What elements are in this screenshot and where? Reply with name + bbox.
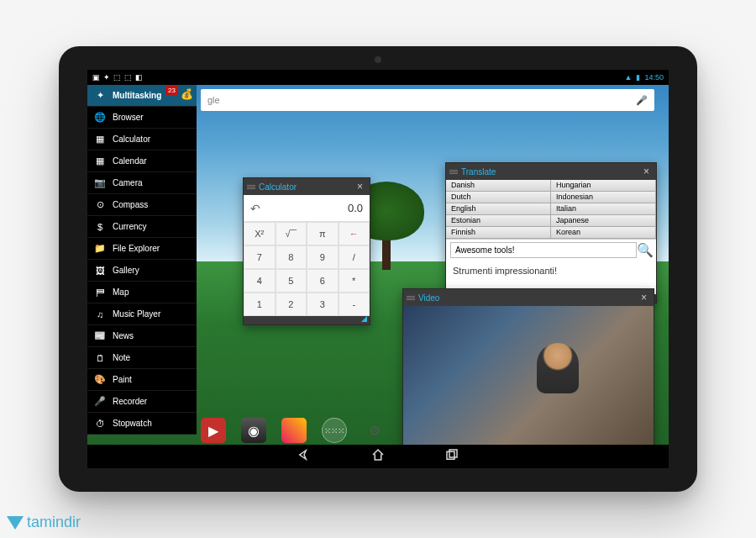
lang-option[interactable]: Danish xyxy=(446,180,550,192)
sidebar-label: Compass xyxy=(113,200,148,209)
microphone-icon[interactable]: 🎤 xyxy=(636,95,648,106)
calc-key-7[interactable]: 7 xyxy=(244,245,276,269)
notif-icon: ⬚ xyxy=(113,73,121,82)
translate-window: Translate × Danish Dutch English Estonia… xyxy=(445,162,657,303)
tablet-frame: ▣ ✦ ⬚ ⬚ ◧ ▲ ▮ 14:50 ✦ Multitasking 23 💰 … xyxy=(59,46,697,492)
sidebar-item-note[interactable]: 🗒Note xyxy=(87,347,197,369)
sidebar-item-stopwatch[interactable]: ⏱Stopwatch xyxy=(87,413,197,435)
sidebar-item-compass[interactable]: ⊙Compass xyxy=(87,194,197,216)
watermark-text: tamindir xyxy=(27,514,81,531)
calc-key-multiply[interactable]: * xyxy=(339,269,370,293)
translate-titlebar[interactable]: Translate × xyxy=(446,163,656,180)
compass-icon: ⊙ xyxy=(94,199,106,211)
search-icon[interactable]: 🔍 xyxy=(637,242,652,258)
gallery-app-icon[interactable] xyxy=(281,418,307,443)
camera-app-icon[interactable]: ◉ xyxy=(241,418,266,443)
calc-key-5[interactable]: 5 xyxy=(276,269,307,293)
sidebar-item-multitasking[interactable]: ✦ Multitasking 23 💰 xyxy=(87,85,197,107)
sidebar-item-file-explorer[interactable]: 📁File Explorer xyxy=(87,238,197,260)
wifi-icon: ▲ xyxy=(625,73,633,82)
translate-input-row: 🔍 xyxy=(446,239,656,261)
sidebar-label: Camera xyxy=(113,178,143,187)
recent-apps-button[interactable] xyxy=(444,447,459,466)
target-language-list[interactable]: Hungarian Indonesian Italian Japanese Ko… xyxy=(551,180,656,239)
money-bag-icon: 💰 xyxy=(181,88,193,100)
sidebar: ✦ Multitasking 23 💰 🌐Browser ▦Calculator… xyxy=(87,85,197,435)
status-bar: ▣ ✦ ⬚ ⬚ ◧ ▲ ▮ 14:50 xyxy=(87,70,669,85)
youtube-icon[interactable]: ▶ xyxy=(201,418,226,443)
lang-option[interactable]: Hungarian xyxy=(551,180,655,192)
sidebar-item-recorder[interactable]: 🎤Recorder xyxy=(87,391,197,413)
sidebar-item-calculator[interactable]: ▦Calculator xyxy=(87,129,197,150)
close-icon[interactable]: × xyxy=(638,292,650,303)
undo-icon[interactable]: ↶ xyxy=(250,202,260,215)
sidebar-label: News xyxy=(113,331,134,340)
calc-key-8[interactable]: 8 xyxy=(276,245,307,269)
back-button[interactable] xyxy=(297,447,312,466)
notif-icon: ⬚ xyxy=(124,73,132,82)
resize-handle[interactable] xyxy=(244,316,370,324)
google-search-bar[interactable]: gle 🎤 xyxy=(201,89,654,111)
sidebar-item-camera[interactable]: 📷Camera xyxy=(87,172,197,194)
window-title: Translate xyxy=(461,167,496,177)
lang-option[interactable]: Indonesian xyxy=(551,192,655,203)
drag-handle-icon[interactable] xyxy=(247,185,255,189)
music-icon: ♫ xyxy=(94,309,106,320)
sidebar-item-gallery[interactable]: 🖼Gallery xyxy=(87,260,197,282)
lang-option[interactable]: Dutch xyxy=(446,192,550,203)
calc-key-4[interactable]: 4 xyxy=(244,269,276,293)
status-left-icons: ▣ ✦ ⬚ ⬚ ◧ xyxy=(92,73,143,82)
watermark-icon xyxy=(7,516,24,530)
sidebar-item-news[interactable]: 📰News xyxy=(87,325,197,347)
close-icon[interactable]: × xyxy=(640,166,653,177)
lang-option[interactable]: Japanese xyxy=(551,215,655,227)
lang-option[interactable]: Korean xyxy=(551,227,655,239)
notification-badge: 23 xyxy=(165,86,178,95)
video-player[interactable] xyxy=(403,306,654,453)
lang-option[interactable]: Finnish xyxy=(446,227,550,239)
calc-key-3[interactable]: 3 xyxy=(307,293,339,316)
stopwatch-icon: ⏱ xyxy=(94,418,106,430)
calc-key-1[interactable]: 1 xyxy=(244,293,276,316)
home-button[interactable] xyxy=(370,447,386,466)
calc-key-divide[interactable]: / xyxy=(339,245,370,269)
sidebar-label: Recorder xyxy=(113,397,147,406)
sidebar-item-currency[interactable]: $Currency xyxy=(87,216,197,238)
settings-icon[interactable]: ⚙ xyxy=(362,418,387,443)
sidebar-item-music-player[interactable]: ♫Music Player xyxy=(87,303,197,325)
close-icon[interactable]: × xyxy=(354,181,366,193)
map-icon: ⛿ xyxy=(94,287,106,298)
sidebar-label: Music Player xyxy=(113,309,160,319)
sidebar-item-calendar[interactable]: ▦Calendar xyxy=(87,150,197,172)
window-title: Video xyxy=(418,293,439,303)
calc-key-minus[interactable]: - xyxy=(339,293,370,316)
lang-option[interactable]: Estonian xyxy=(446,215,550,227)
calc-key-9[interactable]: 9 xyxy=(307,245,339,269)
calc-key-square[interactable]: X² xyxy=(244,222,276,245)
sidebar-label: Stopwatch xyxy=(113,419,152,428)
calc-key-backspace[interactable]: ← xyxy=(339,222,370,245)
sidebar-item-browser[interactable]: 🌐Browser xyxy=(87,107,197,129)
drag-handle-icon[interactable] xyxy=(407,296,415,300)
microphone-icon: 🎤 xyxy=(94,396,106,408)
sidebar-item-map[interactable]: ⛿Map xyxy=(87,282,197,303)
sidebar-label: Gallery xyxy=(113,266,139,275)
video-window: Video × xyxy=(402,288,654,454)
lang-option[interactable]: English xyxy=(446,203,550,215)
calculator-icon: ▦ xyxy=(94,134,106,145)
source-language-list[interactable]: Danish Dutch English Estonian Finnish xyxy=(446,180,551,239)
app-drawer-icon[interactable]: ⁙⁙⁙ xyxy=(322,418,347,443)
translate-input[interactable] xyxy=(450,242,637,258)
screen: ▣ ✦ ⬚ ⬚ ◧ ▲ ▮ 14:50 ✦ Multitasking 23 💰 … xyxy=(87,70,669,468)
globe-icon: 🌐 xyxy=(94,112,106,124)
sidebar-item-paint[interactable]: 🎨Paint xyxy=(87,369,197,391)
calc-key-6[interactable]: 6 xyxy=(307,269,339,293)
notif-icon: ▣ xyxy=(92,73,100,82)
video-titlebar[interactable]: Video × xyxy=(403,289,654,306)
drag-handle-icon[interactable] xyxy=(449,170,458,174)
calc-key-2[interactable]: 2 xyxy=(276,293,307,316)
calc-key-pi[interactable]: π xyxy=(307,222,339,245)
calculator-titlebar[interactable]: Calculator × xyxy=(244,178,370,195)
calc-key-sqrt[interactable]: √‾‾ xyxy=(276,222,307,245)
lang-option[interactable]: Italian xyxy=(551,203,655,215)
